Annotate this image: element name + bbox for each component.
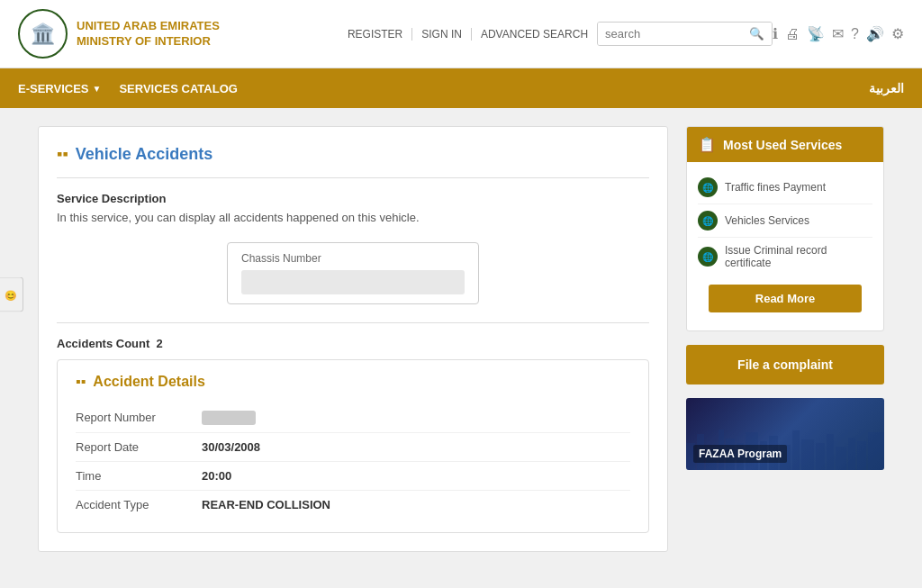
sidebar-service-item[interactable]: 🌐 Traffic fines Payment: [698, 171, 872, 204]
fazaa-label: FAZAA Program: [693, 445, 787, 463]
sidebar: 📋 Most Used Services 🌐 Traffic fines Pay…: [686, 126, 884, 552]
card-title-area: ▪▪ Accident Details: [76, 374, 630, 390]
svg-rect-15: [848, 438, 855, 470]
chassis-label: Chassis Number: [241, 252, 465, 265]
navbar-left: E-SERVICES ▼ SERVICES CATALOG: [18, 71, 238, 106]
logo-text: UNITED ARAB EMIRATES MINISTRY OF INTERIO…: [77, 19, 220, 50]
title-divider: [57, 177, 649, 178]
accidents-count: Accidents Count 2: [57, 337, 649, 350]
service-item-icon: 🌐: [698, 211, 718, 231]
service-item-icon: 🌐: [698, 177, 718, 197]
settings-icon[interactable]: ⚙: [891, 25, 904, 42]
svg-rect-16: [857, 441, 866, 470]
services-catalog-menu[interactable]: SERVICES CATALOG: [119, 71, 237, 106]
service-item-label: Vehicles Services: [725, 214, 809, 227]
search-area: 🔍: [597, 22, 773, 46]
detail-row: Report Date30/03/2008: [76, 433, 630, 462]
svg-rect-14: [836, 447, 846, 470]
mail-icon[interactable]: ✉: [832, 25, 844, 42]
accidents-count-label: Accidents Count: [57, 337, 149, 350]
svg-rect-10: [792, 430, 800, 470]
page-header: 🏛️ UNITED ARAB EMIRATES MINISTRY OF INTE…: [0, 0, 922, 68]
sound-icon[interactable]: 🔊: [866, 25, 884, 42]
detail-value: REAR-END COLLISION: [202, 498, 330, 511]
read-more-button[interactable]: Read More: [709, 285, 862, 312]
logo-area: 🏛️ UNITED ARAB EMIRATES MINISTRY OF INTE…: [18, 9, 220, 59]
feedback-tab[interactable]: 😊: [0, 276, 23, 312]
info-icon[interactable]: ℹ: [773, 25, 778, 42]
chassis-divider: [57, 322, 649, 323]
search-input[interactable]: [598, 23, 742, 45]
content-area: ▪▪ Vehicle Accidents Service Description…: [38, 126, 668, 552]
service-item-label: Traffic fines Payment: [725, 181, 826, 194]
logo-line2: MINISTRY OF INTERIOR: [77, 34, 220, 50]
service-description-text: In this service, you can display all acc…: [57, 211, 649, 224]
vehicle-accidents-icon: ▪▪: [57, 145, 68, 164]
most-used-icon: 📋: [698, 136, 716, 153]
chassis-input-area: Chassis Number: [57, 242, 649, 304]
detail-value: 20:00: [202, 469, 231, 483]
arabic-language-toggle[interactable]: العربية: [869, 81, 904, 95]
detail-row: Report NumberXXXXXX: [76, 403, 630, 433]
advanced-search-link[interactable]: ADVANCED SEARCH: [472, 28, 597, 41]
register-link[interactable]: REGISTER: [339, 28, 412, 41]
eservices-menu[interactable]: E-SERVICES ▼: [18, 71, 101, 106]
svg-rect-17: [868, 432, 884, 470]
accident-details-fields: Report NumberXXXXXXReport Date30/03/2008…: [76, 403, 630, 519]
service-item-label: Issue Criminal record certificate: [725, 244, 872, 269]
accident-details-card: ▪▪ Accident Details Report NumberXXXXXXR…: [57, 359, 649, 533]
page-title-area: ▪▪ Vehicle Accidents: [57, 145, 649, 164]
svg-rect-11: [801, 439, 814, 470]
chassis-number-input[interactable]: [241, 270, 465, 294]
detail-label: Report Date: [76, 440, 202, 454]
main-container: ▪▪ Vehicle Accidents Service Description…: [20, 126, 902, 552]
svg-rect-12: [816, 443, 825, 470]
print-icon[interactable]: 🖨: [785, 26, 800, 42]
chassis-box: Chassis Number: [227, 242, 479, 304]
detail-label: Time: [76, 469, 202, 483]
eservices-arrow-icon: ▼: [93, 84, 102, 94]
feedback-icon: 😊: [5, 288, 16, 300]
file-complaint-button[interactable]: File a complaint: [686, 345, 884, 384]
sidebar-service-item[interactable]: 🌐 Issue Criminal record certificate: [698, 238, 872, 276]
page-title: Vehicle Accidents: [76, 145, 212, 164]
logo-emblem: 🏛️: [18, 9, 68, 59]
services-catalog-label: SERVICES CATALOG: [119, 82, 237, 95]
help-icon[interactable]: ?: [851, 26, 859, 42]
most-used-services-body: 🌐 Traffic fines Payment 🌐 Vehicles Servi…: [687, 162, 883, 330]
sidebar-service-item[interactable]: 🌐 Vehicles Services: [698, 204, 872, 238]
accident-details-icon: ▪▪: [76, 374, 86, 390]
most-used-services-header: 📋 Most Used Services: [687, 127, 883, 162]
service-description-label: Service Description: [57, 192, 649, 205]
fazaa-banner[interactable]: FAZAA Program: [686, 398, 884, 470]
header-navigation: REGISTER SIGN IN ADVANCED SEARCH 🔍 ℹ 🖨 📡…: [339, 22, 904, 46]
detail-row: Accident TypeREAR-END COLLISION: [76, 491, 630, 519]
search-button[interactable]: 🔍: [742, 23, 772, 45]
detail-value: 30/03/2008: [202, 440, 260, 454]
detail-label: Accident Type: [76, 498, 202, 511]
detail-value: XXXXXX: [202, 411, 256, 425]
detail-label: Report Number: [76, 411, 202, 424]
sign-in-link[interactable]: SIGN IN: [412, 28, 472, 41]
accident-details-title: Accident Details: [93, 374, 204, 390]
most-used-services-title: Most Used Services: [723, 138, 842, 152]
svg-rect-13: [827, 434, 834, 470]
detail-row: Time20:00: [76, 462, 630, 491]
accidents-count-value: 2: [157, 337, 163, 350]
rss-icon[interactable]: 📡: [807, 25, 825, 42]
service-item-icon: 🌐: [698, 247, 718, 267]
navbar: E-SERVICES ▼ SERVICES CATALOG العربية: [0, 68, 922, 108]
most-used-services-widget: 📋 Most Used Services 🌐 Traffic fines Pay…: [686, 126, 884, 331]
header-icons: ℹ 🖨 📡 ✉ ? 🔊 ⚙: [773, 25, 904, 42]
eservices-label: E-SERVICES: [18, 82, 89, 95]
search-box: 🔍: [597, 22, 773, 46]
logo-line1: UNITED ARAB EMIRATES: [77, 19, 220, 34]
